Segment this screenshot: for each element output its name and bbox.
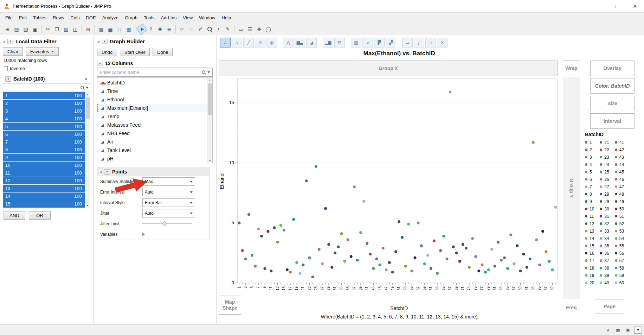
element-bar-icon[interactable]: ▆▃ bbox=[295, 38, 305, 48]
data-point-batch-87[interactable] bbox=[513, 262, 515, 265]
red-triangle-menu-icon[interactable]: ▼ bbox=[102, 39, 108, 44]
shape-rectangle-icon[interactable]: ▭ bbox=[237, 25, 245, 33]
chevron-down-icon[interactable] bbox=[86, 87, 89, 89]
summary-statistic-dropdown[interactable]: Max bbox=[142, 177, 195, 186]
legend-item-17[interactable]: 17 bbox=[585, 257, 594, 264]
filter-row-5[interactable]: 5100 bbox=[3, 123, 85, 131]
legend-item-6[interactable]: 6 bbox=[585, 176, 594, 183]
element-contour-icon[interactable]: ◎ bbox=[266, 38, 277, 48]
legend-item-58[interactable]: 58 bbox=[615, 264, 624, 272]
legend-item-34[interactable]: 34 bbox=[600, 235, 609, 242]
data-point-batch-13[interactable] bbox=[276, 241, 279, 244]
data-point-batch-64[interactable] bbox=[439, 249, 442, 252]
filter-row-6[interactable]: 6100 bbox=[3, 131, 85, 138]
size-zone[interactable]: Size bbox=[590, 96, 635, 111]
filter-row-15[interactable]: 15100 bbox=[3, 200, 85, 208]
magnifier-tool-icon[interactable] bbox=[205, 25, 214, 33]
legend-item-45[interactable]: 45 bbox=[615, 168, 624, 176]
scroll-up-icon[interactable]: ▴ bbox=[85, 92, 90, 97]
data-point-batch-99[interactable] bbox=[551, 268, 554, 271]
legend-item-21[interactable]: 21 bbox=[600, 139, 609, 146]
data-point-batch-24[interactable] bbox=[311, 276, 314, 278]
menu-window[interactable]: Window bbox=[196, 13, 218, 22]
data-point-batch-88[interactable] bbox=[516, 244, 519, 247]
data-point-batch-56[interactable] bbox=[414, 256, 417, 259]
tabulate-icon[interactable]: ▦ bbox=[124, 25, 133, 33]
data-point-batch-14[interactable] bbox=[279, 224, 282, 227]
filter-search-input[interactable] bbox=[5, 85, 79, 90]
data-point-batch-52[interactable] bbox=[401, 236, 404, 239]
scroll-down-icon[interactable]: ▾ bbox=[85, 203, 90, 208]
menu-tables[interactable]: Tables bbox=[30, 13, 50, 22]
data-point-batch-80[interactable] bbox=[490, 248, 493, 251]
element-line-of-fit-icon[interactable]: ╱ bbox=[243, 38, 254, 48]
legend-item-11[interactable]: 11 bbox=[585, 213, 594, 220]
legend-item-12[interactable]: 12 bbox=[585, 220, 594, 227]
legend-item-31[interactable]: 31 bbox=[600, 213, 609, 220]
scroll-up-icon[interactable]: ▴ bbox=[207, 78, 212, 83]
data-point-batch-85[interactable] bbox=[506, 267, 509, 270]
legend-item-19[interactable]: 19 bbox=[585, 272, 594, 279]
data-point-batch-21[interactable] bbox=[302, 264, 304, 266]
or-button[interactable]: OR bbox=[29, 211, 51, 220]
data-point-batch-33[interactable] bbox=[340, 232, 343, 235]
element-density-ellipse-icon[interactable]: ⊙ bbox=[255, 38, 265, 48]
group-x-zone[interactable]: Group X bbox=[219, 61, 558, 76]
legend-item-55[interactable]: 55 bbox=[615, 242, 624, 249]
element-caption-box-icon[interactable]: ▭ bbox=[402, 38, 413, 48]
element-histogram-icon[interactable]: ▂▆ bbox=[323, 38, 333, 48]
data-point-batch-53[interactable] bbox=[404, 265, 407, 267]
legend-item-24[interactable]: 24 bbox=[600, 161, 609, 168]
data-point-batch-35[interactable] bbox=[347, 238, 349, 241]
legend-item-46[interactable]: 46 bbox=[615, 176, 624, 183]
legend-item-41[interactable]: 41 bbox=[615, 139, 624, 146]
data-point-batch-92[interactable] bbox=[529, 258, 532, 260]
interval-style-dropdown[interactable]: Error Bar bbox=[142, 198, 195, 207]
panel-collapse-icon[interactable]: ◢ bbox=[99, 170, 102, 173]
maximize-button[interactable]: □ bbox=[607, 0, 626, 12]
data-point-batch-10[interactable] bbox=[266, 230, 269, 233]
data-point-batch-48[interactable] bbox=[388, 261, 391, 264]
crosshair-tool-icon[interactable]: ⌖ bbox=[214, 25, 223, 33]
legend-item-27[interactable]: 27 bbox=[600, 183, 609, 190]
data-point-batch-90[interactable] bbox=[522, 253, 525, 255]
data-point-batch-11[interactable] bbox=[270, 270, 272, 272]
red-triangle-menu-icon[interactable]: ▼ bbox=[97, 61, 103, 66]
data-point-batch-3[interactable] bbox=[244, 258, 247, 260]
data-point-batch-83[interactable] bbox=[500, 259, 503, 261]
red-triangle-menu-icon[interactable]: ▼ bbox=[7, 39, 13, 44]
data-point-batch-93[interactable] bbox=[532, 141, 535, 144]
shape-oval-icon[interactable]: ◯ bbox=[264, 25, 272, 33]
lasso-tool-icon[interactable]: ◌ bbox=[187, 25, 195, 33]
legend-item-56[interactable]: 56 bbox=[615, 249, 624, 257]
legend-item-25[interactable]: 25 bbox=[600, 168, 609, 176]
paste-icon[interactable]: ▥ bbox=[62, 25, 70, 33]
data-point-batch-68[interactable] bbox=[452, 246, 455, 248]
copy-icon[interactable]: ❐ bbox=[53, 25, 61, 33]
variables-disclosure-icon[interactable] bbox=[142, 233, 145, 236]
cut-icon[interactable]: ✂ bbox=[44, 25, 52, 33]
close-icon[interactable]: ✕ bbox=[84, 76, 88, 82]
data-point-batch-63[interactable] bbox=[436, 272, 439, 275]
legend-item-22[interactable]: 22 bbox=[600, 146, 609, 153]
and-button[interactable]: AND bbox=[4, 211, 25, 220]
data-point-batch-97[interactable] bbox=[545, 250, 547, 253]
data-point-batch-5[interactable] bbox=[251, 254, 253, 257]
data-point-batch-59[interactable] bbox=[423, 262, 426, 265]
legend-item-52[interactable]: 52 bbox=[615, 220, 624, 227]
data-point-batch-65[interactable] bbox=[442, 235, 445, 238]
legend-item-3[interactable]: 3 bbox=[585, 153, 594, 161]
data-point-batch-57[interactable] bbox=[417, 221, 420, 224]
scroll-down-icon[interactable]: ▾ bbox=[207, 158, 212, 163]
menu-file[interactable]: File bbox=[2, 13, 16, 22]
slider-thumb[interactable] bbox=[162, 221, 167, 226]
data-point-batch-45[interactable] bbox=[379, 264, 381, 266]
red-triangle-menu-icon[interactable]: ▼ bbox=[5, 76, 11, 82]
data-point-batch-1[interactable] bbox=[238, 221, 241, 224]
filter-row-7[interactable]: 7100 bbox=[3, 138, 85, 146]
data-point-batch-34[interactable] bbox=[343, 260, 346, 263]
corner-dropdown-icon[interactable]: ▼ bbox=[634, 327, 642, 334]
data-point-batch-55[interactable] bbox=[410, 270, 413, 272]
element-heatmap-icon[interactable]: ▦ bbox=[351, 38, 361, 48]
annotate-tool-icon[interactable]: ✎ bbox=[224, 25, 232, 33]
